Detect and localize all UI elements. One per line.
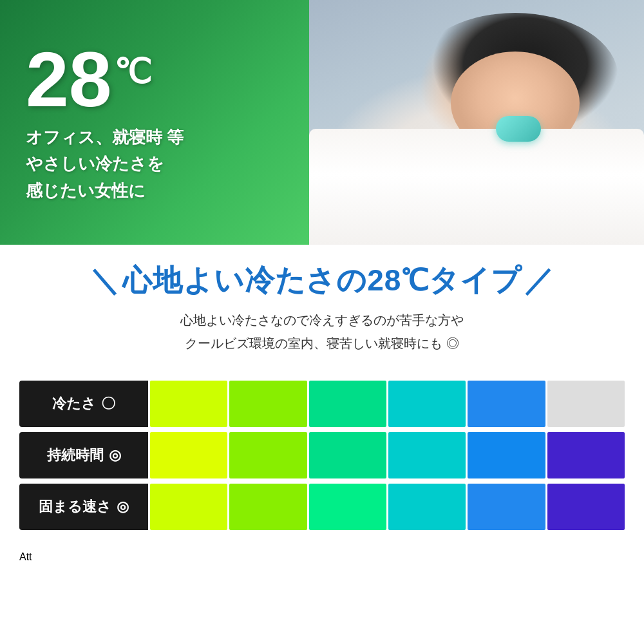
duration-bar-4 bbox=[388, 432, 466, 478]
chart-label-solidify: 固まる速さ ◎ bbox=[19, 484, 148, 530]
duration-bar-1 bbox=[150, 432, 227, 478]
photo-panel bbox=[309, 0, 644, 245]
duration-bar-2 bbox=[229, 432, 307, 478]
attribution-area: Att bbox=[0, 548, 644, 567]
solidify-bar-6 bbox=[547, 484, 625, 530]
solidify-bar-5 bbox=[468, 484, 545, 530]
solidify-bar-4 bbox=[388, 484, 466, 530]
temperature-display: 28 ℃ bbox=[26, 41, 283, 118]
slash-left: ＼ bbox=[90, 263, 120, 297]
subtitle-line1: オフィス、就寝時 等 bbox=[26, 128, 184, 147]
top-section: 28 ℃ オフィス、就寝時 等 やさしい冷たさを 感じたい女性に bbox=[0, 0, 644, 245]
middle-section: ＼心地よい冷たさの28℃タイプ／ 心地よい冷たさなので冷えすぎるのが苦手な方や … bbox=[0, 245, 644, 374]
duration-icon: ◎ bbox=[109, 447, 121, 464]
coldness-label-text: 冷たさ bbox=[52, 394, 96, 413]
solidify-bar-1 bbox=[150, 484, 227, 530]
chart-section: 冷たさ 〇 持続時間 ◎ 固まる速さ ◎ bbox=[0, 374, 644, 548]
attribution-text: Att bbox=[19, 551, 32, 562]
coldness-bars bbox=[148, 381, 625, 427]
coldness-bar-1 bbox=[150, 381, 227, 427]
temperature-number: 28 bbox=[26, 41, 111, 118]
top-subtitle: オフィス、就寝時 等 やさしい冷たさを 感じたい女性に bbox=[26, 124, 283, 205]
duration-label-text: 持続時間 bbox=[47, 446, 104, 465]
solidify-label-text: 固まる速さ bbox=[39, 497, 111, 516]
coldness-bar-3 bbox=[309, 381, 386, 427]
duration-bars bbox=[148, 432, 625, 478]
bedding-element bbox=[309, 129, 644, 245]
coldness-icon: 〇 bbox=[101, 394, 115, 413]
desc-line1: 心地よい冷たさなので冷えすぎるのが苦手な方や bbox=[180, 313, 464, 327]
desc-line2: クールビズ環境の室内、寝苦しい就寝時にも ◎ bbox=[185, 336, 459, 350]
subtitle-line2: やさしい冷たさを bbox=[26, 154, 164, 173]
top-left-panel: 28 ℃ オフィス、就寝時 等 やさしい冷たさを 感じたい女性に bbox=[0, 0, 309, 245]
neck-cooler-device bbox=[496, 116, 541, 142]
duration-bar-6 bbox=[547, 432, 625, 478]
chart-row-solidify: 固まる速さ ◎ bbox=[19, 484, 625, 530]
chart-row-coldness: 冷たさ 〇 bbox=[19, 381, 625, 427]
chart-label-coldness: 冷たさ 〇 bbox=[19, 381, 148, 427]
temperature-unit: ℃ bbox=[114, 52, 151, 91]
chart-row-duration: 持続時間 ◎ bbox=[19, 432, 625, 478]
duration-bar-5 bbox=[468, 432, 545, 478]
coldness-bar-2 bbox=[229, 381, 307, 427]
main-title: ＼心地よい冷たさの28℃タイプ／ bbox=[26, 263, 618, 298]
solidify-bar-3 bbox=[309, 484, 386, 530]
solidify-bars bbox=[148, 484, 625, 530]
solidify-bar-2 bbox=[229, 484, 307, 530]
coldness-bar-6 bbox=[547, 381, 625, 427]
solidify-icon: ◎ bbox=[117, 498, 129, 515]
chart-label-duration: 持続時間 ◎ bbox=[19, 432, 148, 478]
coldness-bar-5 bbox=[468, 381, 545, 427]
main-title-text: 心地よい冷たさの28℃タイプ bbox=[122, 263, 522, 297]
slash-right: ／ bbox=[524, 263, 554, 297]
sub-description: 心地よい冷たさなので冷えすぎるのが苦手な方や クールビズ環境の室内、寝苦しい就寝… bbox=[26, 308, 618, 355]
duration-bar-3 bbox=[309, 432, 386, 478]
subtitle-line3: 感じたい女性に bbox=[26, 181, 146, 200]
coldness-bar-4 bbox=[388, 381, 466, 427]
